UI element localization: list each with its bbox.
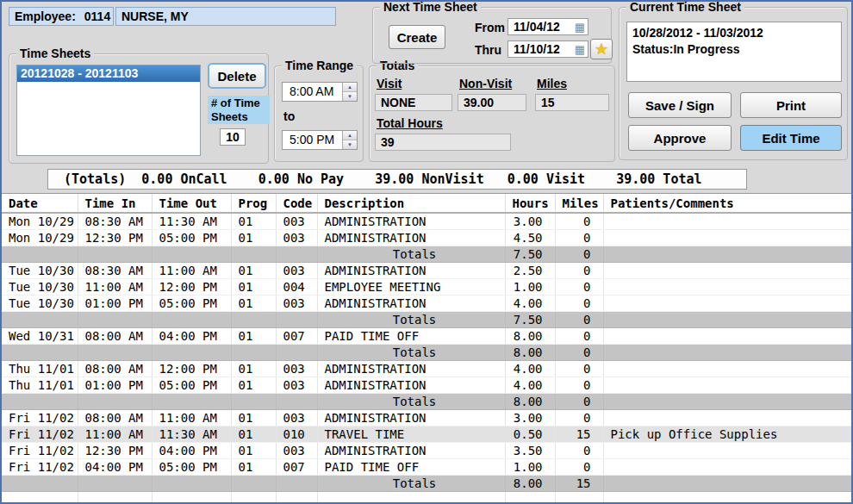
table-cell	[78, 475, 152, 491]
time-range-end-value[interactable]: 5:00 PM	[283, 131, 342, 149]
timesheet-entry-row[interactable]: Fri 11/0208:00 AM11:00 AM01003ADMINISTRA…	[2, 409, 851, 426]
employee-name: NURSE, MY	[121, 9, 189, 23]
table-cell	[2, 311, 78, 327]
time-range-start-value[interactable]: 8:00 AM	[283, 83, 342, 101]
table-cell: 004	[276, 278, 317, 295]
table-cell: Totals	[317, 393, 505, 409]
day-totals-row: Totals8.000	[2, 393, 851, 409]
table-cell: Totals	[317, 311, 505, 327]
time-range-end-spinner[interactable]: 5:00 PM ▲ ▼	[282, 130, 358, 150]
table-cell: Pick up Office Supplies	[603, 426, 851, 442]
table-cell: 15	[555, 475, 603, 491]
time-range-start-spin-buttons[interactable]: ▲ ▼	[342, 83, 357, 101]
timesheet-entry-row[interactable]: Fri 11/0211:00 AM11:30 AM01010TRAVEL TIM…	[2, 426, 851, 442]
table-cell: 7.50	[505, 311, 555, 327]
employee-id-field: Employee: 0114	[9, 7, 114, 26]
star-icon: ★	[595, 41, 608, 57]
table-cell: 12:00 PM	[152, 278, 231, 295]
timesheet-entry-row[interactable]: Wed 10/3108:00 AM04:00 PM01007PAID TIME …	[2, 327, 851, 344]
table-cell	[603, 262, 851, 278]
timesheet-window: { "colors": { "window_border": "#4a72b2"…	[0, 0, 853, 504]
from-date-value[interactable]: 11/04/12	[508, 20, 575, 34]
thru-date-field[interactable]: 11/10/12 ▦	[507, 40, 588, 58]
timesheet-entry-row[interactable]: Tue 10/3011:00 AM12:00 PM01004EMPLOYEE M…	[2, 278, 851, 295]
time-sheet-list-item[interactable]: 20121028 - 20121103	[17, 65, 200, 82]
spin-down-icon[interactable]: ▼	[343, 92, 357, 101]
column-header-hours: Hours	[505, 194, 555, 213]
table-cell: 01:00 PM	[78, 376, 152, 393]
table-cell	[78, 311, 152, 327]
spin-down-icon[interactable]: ▼	[343, 140, 357, 149]
totals-summary-bar: (Totals) 0.00 OnCall 0.00 No Pay 39.00 N…	[47, 169, 747, 190]
favorite-button[interactable]: ★	[590, 39, 613, 59]
timesheet-entry-row[interactable]: Tue 10/3008:30 AM11:00 AM01003ADMINISTRA…	[2, 262, 851, 278]
table-cell: 003	[276, 376, 317, 393]
calendar-icon[interactable]: ▦	[575, 21, 588, 34]
table-cell: 0	[555, 311, 603, 327]
table-cell: 007	[276, 327, 317, 344]
timesheet-entry-row[interactable]: Mon 10/2908:30 AM11:30 AM01003ADMINISTRA…	[2, 213, 851, 229]
time-range-end-spin-buttons[interactable]: ▲ ▼	[342, 131, 357, 149]
timesheet-entry-row[interactable]: Thu 11/0101:00 PM05:00 PM01003ADMINISTRA…	[2, 376, 851, 393]
table-cell: 05:00 PM	[152, 229, 231, 246]
table-cell: Tue 10/30	[2, 278, 78, 295]
table-cell: Fri 11/02	[2, 409, 78, 426]
table-cell: 0	[555, 442, 603, 458]
table-cell: EMPLOYEE MEETING	[317, 278, 505, 295]
table-cell: Tue 10/30	[2, 295, 78, 311]
table-cell	[603, 327, 851, 344]
miles-label: Miles	[537, 77, 567, 90]
table-cell: 3.00	[505, 409, 555, 426]
table-cell	[603, 442, 851, 458]
table-cell: 010	[276, 426, 317, 442]
table-cell: Totals	[317, 475, 505, 491]
edit-time-button[interactable]: Edit Time	[740, 125, 842, 151]
thru-date-value[interactable]: 11/10/12	[508, 42, 575, 56]
table-cell: ADMINISTRATION	[317, 409, 505, 426]
table-cell	[152, 311, 231, 327]
table-cell: 0	[555, 246, 603, 262]
table-cell: 0	[555, 213, 603, 229]
spin-up-icon[interactable]: ▲	[343, 83, 357, 92]
time-sheets-group: Time Sheets 20121028 - 20121103 Delete #…	[9, 53, 269, 164]
create-button[interactable]: Create	[389, 25, 445, 49]
employee-id: 0114	[84, 9, 110, 23]
table-cell: 05:00 PM	[152, 376, 231, 393]
table-cell: 11:00 AM	[152, 409, 231, 426]
spin-up-icon[interactable]: ▲	[343, 131, 357, 140]
delete-button[interactable]: Delete	[208, 63, 266, 89]
table-cell: 01:00 PM	[78, 295, 152, 311]
table-cell: 11:00 AM	[152, 262, 231, 278]
timesheet-entry-row[interactable]: Mon 10/2912:30 PM05:00 PM01003ADMINISTRA…	[2, 229, 851, 246]
table-cell: PAID TIME OFF	[317, 458, 505, 475]
time-range-start-spinner[interactable]: 8:00 AM ▲ ▼	[282, 82, 358, 102]
table-cell: Wed 10/31	[2, 327, 78, 344]
table-cell: ADMINISTRATION	[317, 229, 505, 246]
table-header: DateTime InTime OutProgCodeDescriptionHo…	[2, 194, 851, 213]
table-cell: 0	[555, 458, 603, 475]
table-cell: 8.00	[505, 393, 555, 409]
time-range-group-label: Time Range	[282, 59, 357, 72]
timesheet-entry-row[interactable]: Fri 11/0212:30 PM04:00 PM01003ADMINISTRA…	[2, 442, 851, 458]
table-cell	[231, 311, 276, 327]
print-button[interactable]: Print	[740, 92, 842, 118]
table-cell: 11:30 AM	[152, 213, 231, 229]
table-cell: 01	[231, 229, 276, 246]
time-sheets-listbox[interactable]: 20121028 - 20121103	[16, 65, 201, 156]
non-visit-total-value: 39.00	[458, 94, 526, 111]
timesheet-entry-row[interactable]: Fri 11/0204:00 PM05:00 PM01007PAID TIME …	[2, 458, 851, 475]
timesheet-entry-row[interactable]: Tue 10/3001:00 PM05:00 PM01003ADMINISTRA…	[2, 295, 851, 311]
calendar-icon[interactable]: ▦	[575, 43, 588, 56]
timesheet-entry-row[interactable]: Thu 11/0108:00 AM12:00 PM01003ADMINISTRA…	[2, 360, 851, 376]
table-cell: 003	[276, 360, 317, 376]
table-cell: 003	[276, 262, 317, 278]
approve-button[interactable]: Approve	[628, 125, 732, 151]
table-cell: 04:00 PM	[152, 442, 231, 458]
save-sign-button[interactable]: Save / Sign	[628, 92, 732, 118]
column-header-time-out: Time Out	[152, 194, 231, 213]
time-range-to-label: to	[283, 109, 295, 123]
table-cell: 01	[231, 360, 276, 376]
timesheet-grid: DateTime InTime OutProgCodeDescriptionHo…	[2, 193, 851, 502]
from-date-field[interactable]: 11/04/12 ▦	[507, 18, 588, 35]
current-time-sheet-period: 10/28/2012 - 11/03/2012	[632, 25, 836, 41]
